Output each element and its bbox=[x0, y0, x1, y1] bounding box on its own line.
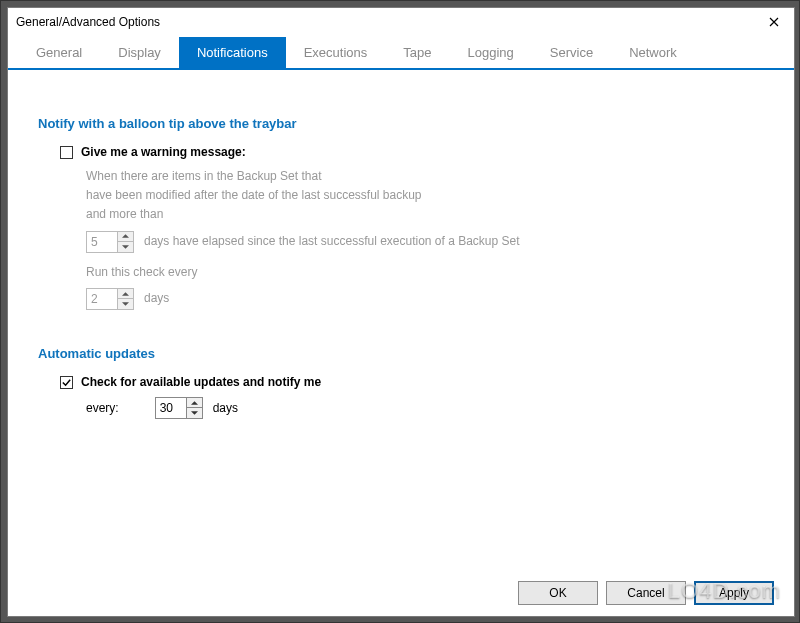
warning-desc-line1: When there are items in the Backup Set t… bbox=[86, 167, 764, 186]
run-check-suffix: days bbox=[144, 289, 169, 308]
spinner-arrows bbox=[186, 398, 202, 418]
days-elapsed-spinner[interactable] bbox=[86, 231, 134, 253]
tab-executions[interactable]: Executions bbox=[286, 37, 386, 68]
days-elapsed-row: days have elapsed since the last success… bbox=[86, 231, 764, 253]
spinner-up[interactable] bbox=[118, 232, 133, 243]
warning-checkbox-row: Give me a warning message: bbox=[60, 145, 764, 159]
every-input[interactable] bbox=[156, 398, 186, 418]
warning-desc-line2: have been modified after the date of the… bbox=[86, 186, 764, 205]
section-title-updates: Automatic updates bbox=[38, 346, 764, 361]
button-bar: OK Cancel Apply bbox=[8, 570, 794, 616]
updates-checkbox-label: Check for available updates and notify m… bbox=[81, 375, 321, 389]
days-elapsed-input[interactable] bbox=[87, 232, 117, 252]
warning-checkbox-label: Give me a warning message: bbox=[81, 145, 246, 159]
chevron-up-icon bbox=[191, 401, 198, 405]
close-icon bbox=[769, 17, 779, 27]
every-label: every: bbox=[86, 401, 119, 415]
spinner-down[interactable] bbox=[118, 242, 133, 252]
spinner-arrows bbox=[117, 232, 133, 252]
warning-checkbox[interactable] bbox=[60, 146, 73, 159]
section-balloon-tip: Notify with a balloon tip above the tray… bbox=[38, 116, 764, 310]
chevron-up-icon bbox=[122, 234, 129, 238]
tab-display[interactable]: Display bbox=[100, 37, 179, 68]
warning-description: When there are items in the Backup Set t… bbox=[86, 167, 764, 310]
every-suffix: days bbox=[213, 401, 238, 415]
chevron-down-icon bbox=[122, 245, 129, 249]
chevron-down-icon bbox=[122, 302, 129, 306]
run-check-row: days bbox=[86, 288, 764, 310]
chevron-up-icon bbox=[122, 292, 129, 296]
apply-button[interactable]: Apply bbox=[694, 581, 774, 605]
titlebar: General/Advanced Options bbox=[8, 8, 794, 36]
tab-general[interactable]: General bbox=[18, 37, 100, 68]
run-check-input[interactable] bbox=[87, 289, 117, 309]
days-elapsed-suffix: days have elapsed since the last success… bbox=[144, 232, 520, 251]
run-check-spinner[interactable] bbox=[86, 288, 134, 310]
ok-button[interactable]: OK bbox=[518, 581, 598, 605]
section-auto-updates: Automatic updates Check for available up… bbox=[38, 346, 764, 419]
backdrop: General/Advanced Options General Display… bbox=[0, 0, 800, 623]
check-icon bbox=[61, 377, 72, 388]
section-title-balloon: Notify with a balloon tip above the tray… bbox=[38, 116, 764, 131]
tab-service[interactable]: Service bbox=[532, 37, 611, 68]
spinner-down[interactable] bbox=[118, 299, 133, 309]
updates-checkbox-row: Check for available updates and notify m… bbox=[60, 375, 764, 389]
tab-logging[interactable]: Logging bbox=[449, 37, 531, 68]
warning-desc-line3: and more than bbox=[86, 205, 764, 224]
run-check-label: Run this check every bbox=[86, 263, 764, 282]
tab-notifications[interactable]: Notifications bbox=[179, 37, 286, 68]
tab-tape[interactable]: Tape bbox=[385, 37, 449, 68]
updates-every-row: every: days bbox=[86, 397, 764, 419]
chevron-down-icon bbox=[191, 411, 198, 415]
tab-bar: General Display Notifications Executions… bbox=[8, 36, 794, 70]
spinner-up[interactable] bbox=[187, 398, 202, 409]
every-spinner[interactable] bbox=[155, 397, 203, 419]
tab-network[interactable]: Network bbox=[611, 37, 695, 68]
spinner-down[interactable] bbox=[187, 408, 202, 418]
options-dialog: General/Advanced Options General Display… bbox=[7, 7, 795, 617]
close-button[interactable] bbox=[758, 11, 790, 33]
spinner-arrows bbox=[117, 289, 133, 309]
updates-checkbox[interactable] bbox=[60, 376, 73, 389]
cancel-button[interactable]: Cancel bbox=[606, 581, 686, 605]
spinner-up[interactable] bbox=[118, 289, 133, 300]
content-pane: Notify with a balloon tip above the tray… bbox=[8, 70, 794, 570]
window-title: General/Advanced Options bbox=[16, 15, 160, 29]
